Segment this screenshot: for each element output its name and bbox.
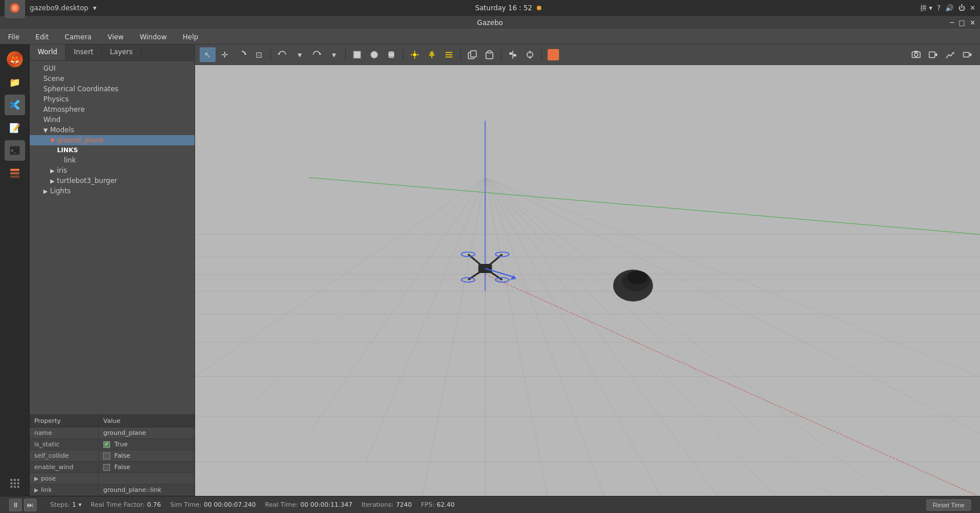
- view-angle-btn[interactable]: [545, 47, 561, 62]
- plot-btn[interactable]: [942, 47, 958, 62]
- translate-tool-btn[interactable]: ✛: [217, 47, 233, 62]
- rtf-label: Real Time Factor:: [91, 501, 145, 508]
- select-tool-btn[interactable]: ↖: [200, 47, 216, 62]
- tree-wind[interactable]: Wind: [30, 115, 195, 125]
- tree-iris[interactable]: ▶iris: [30, 165, 195, 176]
- fps-label: FPS:: [421, 501, 435, 508]
- tab-world[interactable]: World: [30, 44, 66, 60]
- dock-apps-grid[interactable]: [9, 477, 21, 491]
- menu-file[interactable]: File: [5, 32, 23, 42]
- scale-tool-btn[interactable]: ⊡: [251, 47, 267, 62]
- keyboard-layout[interactable]: 拼 ▾: [920, 3, 933, 13]
- point-light-btn[interactable]: [407, 47, 423, 62]
- video-camera-btn[interactable]: [959, 47, 975, 62]
- taskbar-app-label: gazebo9.desktop: [30, 4, 88, 12]
- svg-rect-6: [10, 176, 19, 178]
- copy-btn[interactable]: [464, 47, 480, 62]
- dock-terminal[interactable]: >_: [5, 140, 25, 161]
- prop-row-name: name ground_plane: [30, 427, 195, 439]
- minimize-btn[interactable]: ─: [950, 19, 954, 27]
- tree-lights[interactable]: ▶Lights: [30, 186, 195, 196]
- sep5: [501, 49, 501, 60]
- prop-self-collide-value[interactable]: False: [99, 450, 195, 462]
- screenshot-btn[interactable]: [908, 47, 924, 62]
- tree-ground-plane[interactable]: ▼ground_plane: [30, 135, 195, 145]
- undo-btn[interactable]: [274, 47, 290, 62]
- prop-enable-wind-value[interactable]: False: [99, 462, 195, 473]
- reset-time-btn[interactable]: Reset Time: [926, 499, 971, 511]
- lights-arrow: ▶: [43, 188, 48, 194]
- tab-insert[interactable]: Insert: [66, 44, 102, 60]
- models-arrow: ▼: [43, 127, 48, 133]
- viewport[interactable]: [195, 65, 980, 496]
- snap-btn[interactable]: [522, 47, 538, 62]
- tree-scene[interactable]: Scene: [30, 74, 195, 84]
- dock-vscode[interactable]: [5, 95, 25, 115]
- dock-files[interactable]: 📁: [5, 72, 25, 92]
- world-tree[interactable]: GUI Scene Spherical Coordinates Physics …: [30, 61, 195, 414]
- box-btn[interactable]: [349, 47, 365, 62]
- is-static-checkbox[interactable]: [103, 441, 110, 448]
- svg-text:>_: >_: [11, 148, 17, 153]
- app-title: Gazebo: [477, 19, 503, 27]
- menu-window[interactable]: Window: [136, 32, 170, 42]
- record-btn[interactable]: [925, 47, 941, 62]
- real-time-label: Real Time:: [265, 501, 298, 508]
- link-arrow[interactable]: ▶: [34, 487, 39, 493]
- cylinder-btn[interactable]: [383, 47, 399, 62]
- tree-gui[interactable]: GUI: [30, 63, 195, 74]
- tree-models[interactable]: ▼Models: [30, 125, 195, 135]
- system-bar-center: Saturday 16 : 52: [475, 4, 541, 12]
- power-icon[interactable]: ⏻: [958, 4, 965, 12]
- paste-btn[interactable]: [481, 47, 497, 62]
- tree-link[interactable]: link: [30, 155, 195, 165]
- steps-item: Steps: 1 ▾: [50, 501, 82, 508]
- help-icon[interactable]: ?: [937, 4, 941, 12]
- toolbar-right: [908, 47, 975, 62]
- window-close[interactable]: ✕: [970, 4, 975, 12]
- link-text: link: [41, 486, 52, 494]
- self-collide-checkbox[interactable]: [103, 453, 110, 459]
- svg-point-93: [627, 271, 648, 284]
- dock-layers[interactable]: [5, 163, 25, 184]
- taskbar-gazebo[interactable]: [5, 0, 25, 18]
- dock-firefox[interactable]: 🦊: [5, 49, 25, 70]
- menu-help[interactable]: Help: [179, 32, 201, 42]
- pose-arrow[interactable]: ▶: [34, 475, 39, 482]
- directional-light-btn[interactable]: [441, 47, 457, 62]
- svg-point-7: [10, 479, 13, 481]
- sphere-btn[interactable]: [366, 47, 382, 62]
- rotate-tool-btn[interactable]: [234, 47, 250, 62]
- prop-is-static-value[interactable]: True: [99, 439, 195, 450]
- tree-turtlebot[interactable]: ▶turtlebot3_burger: [30, 176, 195, 186]
- prop-row-enable-wind: enable_wind False: [30, 462, 195, 473]
- menu-view[interactable]: View: [104, 32, 127, 42]
- enable-wind-checkbox[interactable]: [103, 464, 110, 471]
- redo-btn[interactable]: [309, 47, 325, 62]
- tree-links[interactable]: LINKS: [30, 145, 195, 155]
- close-btn[interactable]: ✕: [970, 19, 975, 27]
- step-btn[interactable]: ⏭: [24, 499, 37, 511]
- menu-edit[interactable]: Edit: [32, 32, 52, 42]
- undo-dropdown-btn[interactable]: ▾: [291, 47, 307, 62]
- tree-atmosphere[interactable]: Atmosphere: [30, 104, 195, 115]
- svg-point-9: [17, 479, 19, 481]
- tree-physics[interactable]: Physics: [30, 94, 195, 104]
- svg-point-8: [14, 479, 16, 481]
- dock-notes[interactable]: 📝: [5, 117, 25, 138]
- tab-layers[interactable]: Layers: [102, 44, 141, 60]
- svg-point-24: [413, 53, 416, 56]
- redo-dropdown-btn[interactable]: ▾: [326, 47, 342, 62]
- menu-camera[interactable]: Camera: [61, 32, 95, 42]
- pause-btn[interactable]: ⏸: [9, 499, 22, 511]
- maximize-btn[interactable]: □: [959, 19, 965, 27]
- taskbar-dropdown[interactable]: ▾: [93, 4, 96, 12]
- svg-point-23: [388, 56, 394, 58]
- volume-icon[interactable]: 🔊: [945, 4, 954, 12]
- tree-spherical-coordinates[interactable]: Spherical Coordinates: [30, 84, 195, 94]
- align-btn[interactable]: [505, 47, 521, 62]
- iterations-value: 7240: [396, 501, 412, 508]
- sep4: [460, 49, 461, 60]
- spot-light-btn[interactable]: [424, 47, 440, 62]
- steps-dropdown[interactable]: ▾: [78, 501, 82, 508]
